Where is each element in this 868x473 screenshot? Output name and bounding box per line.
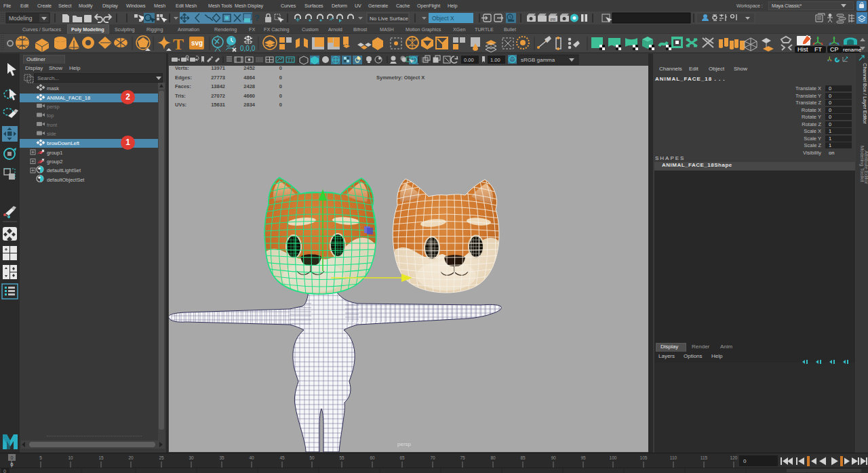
svg-text:75: 75 xyxy=(460,455,465,460)
svg-text:Object X: Object X xyxy=(432,15,454,22)
svg-text:persp: persp xyxy=(397,441,412,447)
svg-text:27072: 27072 xyxy=(211,93,225,99)
svg-text:0: 0 xyxy=(279,83,282,89)
svg-text:55: 55 xyxy=(339,455,344,460)
svg-text:0: 0 xyxy=(279,102,282,108)
svg-text:85: 85 xyxy=(520,455,526,460)
svg-text:70: 70 xyxy=(430,455,435,460)
svg-text:0.00: 0.00 xyxy=(464,57,474,63)
svg-text:Verts:: Verts: xyxy=(175,66,189,71)
svg-text:35: 35 xyxy=(219,455,224,460)
svg-text:2834: 2834 xyxy=(243,102,256,108)
svg-text:20: 20 xyxy=(128,455,134,460)
svg-text:15631: 15631 xyxy=(211,102,225,108)
svg-text:25: 25 xyxy=(159,455,164,460)
svg-text:90: 90 xyxy=(551,455,556,460)
svg-text:UVs:: UVs: xyxy=(175,102,186,108)
svg-text:10: 10 xyxy=(68,455,73,460)
svg-text:0: 0 xyxy=(3,469,6,473)
svg-text:110: 110 xyxy=(670,455,677,460)
svg-text:0: 0 xyxy=(279,93,282,99)
svg-text:95: 95 xyxy=(580,455,586,460)
svg-text:5: 5 xyxy=(39,455,42,460)
svg-text:0: 0 xyxy=(11,462,14,467)
svg-text:CP: CP xyxy=(830,46,839,53)
svg-text:0: 0 xyxy=(279,75,282,81)
svg-text:rename: rename xyxy=(843,47,862,53)
svg-text:105: 105 xyxy=(640,455,648,460)
svg-text:115: 115 xyxy=(701,455,708,460)
svg-text:FT: FT xyxy=(814,46,822,53)
svg-text:Faces:: Faces: xyxy=(175,83,191,89)
svg-text:0: 0 xyxy=(11,455,14,460)
svg-text:IPR: IPR xyxy=(550,18,556,22)
svg-text:Modeling: Modeling xyxy=(9,15,33,22)
svg-text:0,0,0: 0,0,0 xyxy=(240,45,256,52)
svg-text:Hist: Hist xyxy=(797,46,808,53)
svg-text:svg: svg xyxy=(191,39,203,47)
svg-text:T: T xyxy=(173,35,184,53)
svg-text:Channel Box / Layer Editor: Channel Box / Layer Editor xyxy=(862,63,868,124)
svg-text:50: 50 xyxy=(309,455,315,460)
svg-text:Edges:: Edges: xyxy=(175,75,192,81)
svg-text:TT: TT xyxy=(288,58,294,62)
svg-text:No Live Surface: No Live Surface xyxy=(370,16,408,22)
svg-text:Tris:: Tris: xyxy=(175,93,186,99)
svg-text:100: 100 xyxy=(610,455,617,460)
svg-text:45: 45 xyxy=(279,455,285,460)
svg-text:65: 65 xyxy=(399,455,405,460)
svg-text:27773: 27773 xyxy=(211,75,225,81)
svg-text:0: 0 xyxy=(743,458,747,464)
svg-text:2428: 2428 xyxy=(243,83,255,89)
svg-text:4864: 4864 xyxy=(243,75,256,81)
svg-text:?: ? xyxy=(254,13,260,23)
svg-text:4660: 4660 xyxy=(243,93,255,99)
svg-text:1.00: 1.00 xyxy=(490,57,500,63)
svg-text:30: 30 xyxy=(189,455,194,460)
svg-text:13842: 13842 xyxy=(211,83,225,89)
svg-text:sRGB gamma: sRGB gamma xyxy=(521,57,555,63)
svg-text:120: 120 xyxy=(730,455,738,460)
svg-text:Attribute Editor: Attribute Editor xyxy=(863,150,868,184)
svg-text:2452: 2452 xyxy=(243,66,255,71)
svg-text:0: 0 xyxy=(279,66,282,71)
svg-text:Symmetry: Object X: Symmetry: Object X xyxy=(376,75,425,81)
svg-text:40: 40 xyxy=(249,455,254,460)
svg-text:15: 15 xyxy=(98,455,104,460)
svg-text:80: 80 xyxy=(490,455,496,460)
svg-text:13971: 13971 xyxy=(211,66,225,71)
svg-text:60: 60 xyxy=(370,455,375,460)
